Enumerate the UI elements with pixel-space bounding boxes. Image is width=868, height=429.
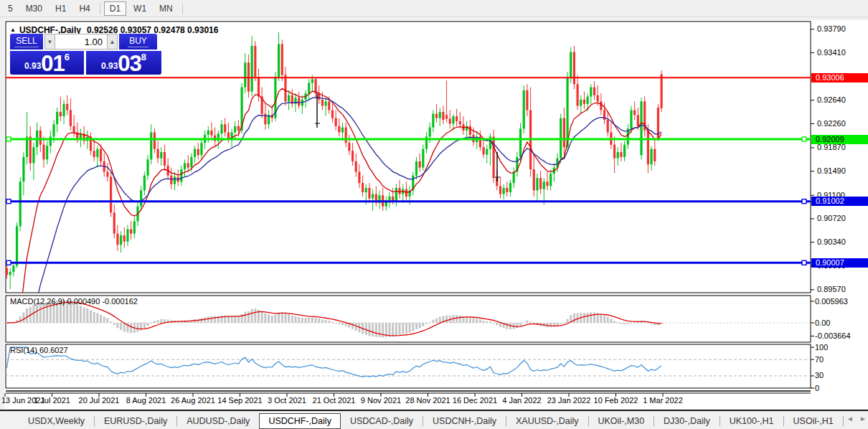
price-level-badge: 0.93006 [811, 73, 868, 82]
price-axis-tick-label: 0.93410 [817, 48, 846, 57]
date-axis-label: 28 Nov 2021 [404, 396, 453, 405]
chart-tab-usdx-weekly[interactable]: USDX,Weekly [19, 414, 94, 428]
macd-axis-label: 0.005963 [815, 297, 848, 306]
price-level-badge: 0.91002 [811, 197, 868, 206]
sell-button[interactable]: SELL [10, 34, 43, 50]
volume-increase-button[interactable]: ▲ [107, 34, 118, 50]
date-axis-label: 23 Jan 2022 [544, 396, 593, 405]
chart-tab-audusd-daily[interactable]: AUDUSD-,Daily [177, 414, 259, 428]
date-axis-label: 1 Jul 2021 [28, 396, 77, 405]
collapse-arrow-icon[interactable]: ▲ [10, 27, 16, 33]
chart-tab-xauusd-daily[interactable]: XAUUSD-,Daily [506, 414, 588, 428]
rsi-axis-label: 70 [815, 355, 824, 364]
buy-button[interactable]: BUY [119, 34, 157, 50]
chart-tab-uk100-h1[interactable]: UK100-,H1 [720, 414, 783, 428]
sell-price-big: 01 [41, 54, 64, 73]
price-level-badge: 0.92009 [811, 135, 868, 144]
trade-buttons-row: SELL ▼ ▲ BUY [10, 34, 163, 50]
date-axis-label: 16 Dec 2021 [450, 396, 499, 405]
price-axis-tick-label: 0.90720 [817, 214, 846, 222]
price-axis-tick-label: 0.91870 [817, 143, 846, 151]
chart-tab-usoil-h1[interactable]: USOil-,H1 [784, 414, 843, 428]
buy-price-pips: 8 [141, 52, 146, 62]
price-axis-tick-label: 0.92640 [817, 95, 846, 104]
chart-tab-eurusd-daily[interactable]: EURUSD-,Daily [95, 414, 176, 428]
date-axis-label: 10 Feb 2022 [592, 396, 641, 405]
macd-axis-label: 0.00 [815, 319, 830, 327]
date-axis-label: 20 Jul 2021 [75, 396, 123, 405]
one-click-trade-panel: SELL ▼ ▲ BUY 0.93 01 6 0.93 03 8 [10, 34, 163, 75]
price-axis-tick-label: 0.91490 [817, 166, 846, 175]
chart-tab-usdchf-daily[interactable]: USDCHF-,Daily [259, 413, 341, 429]
tabs-scroll-right-icon[interactable]: ► [859, 415, 867, 423]
volume-input[interactable] [55, 34, 107, 50]
macd-indicator-label: MACD(12,26,9) 0.000490 -0.000162 [10, 297, 138, 306]
price-axis-tick-label: 0.89570 [817, 285, 846, 293]
buy-price-prefix: 0.93 [101, 61, 118, 71]
date-axis-label: 3 Oct 2021 [263, 396, 311, 405]
rsi-axis-label: 30 [815, 371, 824, 380]
price-axis-tick-label: 0.90340 [817, 237, 846, 246]
buy-price-big: 03 [118, 54, 141, 73]
tab-separator [843, 416, 844, 426]
date-axis-label: 1 Mar 2022 [638, 396, 687, 405]
macd-axis-label: -0.003664 [815, 331, 851, 340]
spin-down-icon: ▼ [47, 39, 53, 45]
chart-tab-ukoil-m30[interactable]: UKOil-,M30 [589, 414, 654, 428]
trade-prices-row: 0.93 01 6 0.93 03 8 [10, 51, 163, 75]
sell-price-panel[interactable]: 0.93 01 6 [10, 51, 84, 75]
date-axis-label: 8 Aug 2021 [122, 396, 171, 405]
sell-price-prefix: 0.93 [24, 61, 41, 71]
rsi-axis-label: 100 [815, 343, 828, 352]
chart-tab-bar: USDX,WeeklyEURUSD-,DailyAUDUSD-,DailyUSD… [0, 410, 868, 429]
date-axis-label: 21 Oct 2021 [310, 396, 359, 405]
price-axis-tick-label: 0.92260 [817, 119, 846, 128]
rsi-indicator-label: RSI(14) 60.6027 [10, 346, 68, 354]
chart-tab-usdcnh-daily[interactable]: USDCNH-,Daily [423, 414, 506, 428]
volume-decrease-button[interactable]: ▼ [44, 34, 55, 50]
rsi-axis-label: 0 [815, 384, 819, 392]
mt4-window: 5M30H1H4D1W1MN 0.937900.934100.926400.92… [0, 0, 868, 429]
chart-tab-usdcad-daily[interactable]: USDCAD-,Daily [341, 414, 423, 428]
chart-tab-dj30-daily[interactable]: DJ30-,Daily [654, 414, 720, 428]
buy-price-panel[interactable]: 0.93 03 8 [86, 51, 161, 75]
tabs-scroll-left-icon[interactable]: ◄ [846, 415, 854, 423]
price-level-badge: 0.90007 [811, 258, 868, 268]
date-axis-label: 26 Aug 2021 [169, 396, 217, 405]
date-axis-label: 14 Sep 2021 [216, 396, 265, 405]
spin-up-icon: ▲ [110, 39, 115, 45]
date-axis-label: 4 Jan 2022 [498, 396, 547, 405]
price-axis-tick-label: 0.93790 [817, 24, 846, 33]
sell-price-pips: 6 [65, 52, 70, 62]
date-axis-label: 9 Nov 2021 [357, 396, 405, 405]
